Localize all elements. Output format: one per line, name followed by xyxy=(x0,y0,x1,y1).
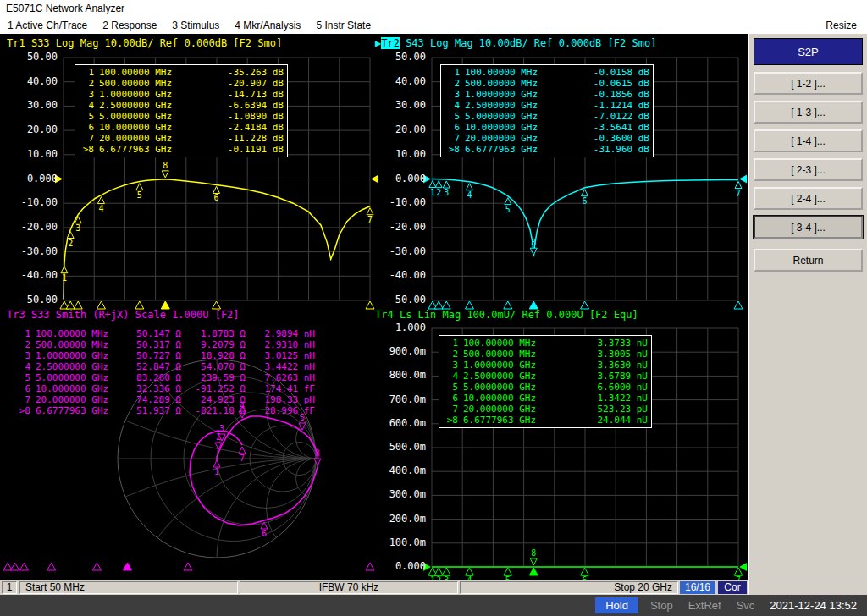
marker-frequency: 500.00000 MHz xyxy=(463,349,563,360)
y-axis-label: -20.00 xyxy=(17,221,58,233)
marker-row: 1100.00000 MHz-0.0158 dB xyxy=(445,67,649,78)
marker-value: 3.3733 nU xyxy=(563,338,648,349)
marker-value: -11.228 dB xyxy=(199,133,284,144)
marker-row: 610.000000 GHz1.3422 nU xyxy=(443,393,648,404)
softkey-3[interactable]: [ 1-4 ]... xyxy=(754,129,863,152)
marker-frequency: 5.0000000 GHz xyxy=(36,372,127,383)
marker-row: 31.0000000 GHz-0.1856 dB xyxy=(445,89,649,100)
softkey-6[interactable]: [ 3-4 ]... xyxy=(754,216,863,239)
marker-table-tr2: 1100.00000 MHz-0.0158 dB2500.00000 MHz-0… xyxy=(440,64,654,157)
marker-frequency: 500.00000 MHz xyxy=(36,339,127,350)
window-title: E5071C Network Analyzer xyxy=(0,0,867,17)
marker-frequency: 20.000000 GHz xyxy=(465,133,565,144)
marker-frequency: 10.000000 GHz xyxy=(463,393,563,404)
y-axis-label: 0.000 xyxy=(385,173,426,184)
y-axis-label: 30.00 xyxy=(17,99,58,111)
marker-number: 3 xyxy=(79,89,94,100)
marker-row: 1100.00000 MHz3.3733 nU xyxy=(443,338,648,349)
marker-number: 3 xyxy=(15,350,30,361)
marker-row: 1100.00000 MHz-35.263 dB xyxy=(79,67,284,78)
trace-title-tr4[interactable]: Tr4 Ls Lin Mag 100.0mU/ Ref 0.000U [F2 E… xyxy=(375,309,638,321)
y-axis-label: 30.00 xyxy=(385,99,426,111)
marker-frequency: 1.0000000 GHz xyxy=(36,350,127,361)
softkey-7[interactable]: Return xyxy=(754,249,863,272)
marker-number: 2 xyxy=(445,78,460,89)
marker-value: 24.044 nU xyxy=(563,415,648,426)
correction-indicator: Cor xyxy=(718,581,747,594)
marker-value: 28.996 fF xyxy=(246,405,315,416)
menu-item-4[interactable]: 4 Mkr/Analysis xyxy=(227,19,308,31)
marker-frequency: 6.6777963 GHz xyxy=(99,144,199,155)
marker-number: 6 xyxy=(15,383,30,394)
marker-number: >8 xyxy=(445,144,460,155)
marker-row: >86.6777963 GHz24.044 nU xyxy=(443,415,648,426)
marker-row: 720.000000 GHz523.23 pU xyxy=(443,404,648,415)
softkey-5[interactable]: [ 2-4 ]... xyxy=(754,187,863,210)
marker-number: >8 xyxy=(443,415,458,426)
marker-number: 7 xyxy=(79,133,94,144)
marker-frequency: 2.5000000 GHz xyxy=(36,361,127,372)
marker-row: 1100.00000 MHz50.147 Ω1.8783 Ω2.9894 nH xyxy=(15,328,367,339)
menu-item-5[interactable]: 5 Instr State xyxy=(308,19,378,31)
marker-number: 7 xyxy=(443,404,458,415)
marker-number: 5 xyxy=(79,111,94,122)
y-axis-label: 900.0m xyxy=(385,345,426,357)
marker-frequency: 1.0000000 GHz xyxy=(463,360,563,371)
y-axis-label: 40.00 xyxy=(385,75,426,87)
marker-value: -1.0890 dB xyxy=(199,111,284,122)
marker-frequency: 100.00000 MHz xyxy=(36,328,127,339)
marker-value: -20.907 dB xyxy=(199,78,284,89)
marker-value: 50.727 Ω xyxy=(127,350,181,361)
marker-value: -821.18 Ω xyxy=(181,405,246,416)
trace-name: Tr3 xyxy=(7,309,25,321)
marker-frequency: 2.5000000 GHz xyxy=(465,100,565,111)
softkey-2[interactable]: [ 1-3 ]... xyxy=(754,101,863,124)
marker-value: -31.960 dB xyxy=(565,144,649,155)
menu-items: 1 Active Ch/Trace2 Response3 Stimulus4 M… xyxy=(0,19,378,31)
marker-row: 42.5000000 GHz52.847 Ω54.070 Ω3.4422 nH xyxy=(15,361,367,372)
marker-row: 55.0000000 GHz6.6000 nU xyxy=(443,382,648,393)
softkey-1[interactable]: [ 1-2 ]... xyxy=(754,72,863,95)
marker-value: 3.4422 nH xyxy=(246,361,315,372)
y-axis-label: 20.00 xyxy=(17,124,58,135)
marker-value: -7.0122 dB xyxy=(565,111,649,122)
trace-name: Tr1 xyxy=(7,37,25,49)
marker-number: 2 xyxy=(79,78,94,89)
y-axis-label: 50.00 xyxy=(385,51,426,63)
marker-value: 3.3630 nU xyxy=(563,360,648,371)
trace-title-tr1[interactable]: Tr1 S33 Log Mag 10.00dB/ Ref 0.000dB [F2… xyxy=(7,37,282,49)
menu-item-1[interactable]: 1 Active Ch/Trace xyxy=(0,19,95,31)
marker-value: 50.317 Ω xyxy=(127,339,181,350)
plot-overlays: Tr1 S33 Log Mag 10.00dB/ Ref 0.000dB [F2… xyxy=(0,34,748,580)
marker-number: 2 xyxy=(443,349,458,360)
trace-title-tr3[interactable]: Tr3 S33 Smith (R+jX) Scale 1.000U [F2] xyxy=(7,309,240,321)
menu-item-3[interactable]: 3 Stimulus xyxy=(164,19,227,31)
marker-value: 18.928 Ω xyxy=(181,350,246,361)
marker-value: 50.147 Ω xyxy=(127,328,181,339)
marker-number: 5 xyxy=(15,372,30,383)
marker-value: 174.41 fF xyxy=(246,383,315,394)
y-axis-label: 200.0m xyxy=(385,513,426,525)
marker-frequency: 10.000000 GHz xyxy=(99,122,199,133)
marker-value: 24.923 Ω xyxy=(181,394,246,405)
marker-row: 55.0000000 GHz83.260 Ω239.59 Ω7.6263 nH xyxy=(15,372,367,383)
softkey-4[interactable]: [ 2-3 ]... xyxy=(754,158,863,181)
y-axis-label: -40.00 xyxy=(17,269,58,281)
marker-frequency: 10.000000 GHz xyxy=(36,383,127,394)
marker-value: 9.2079 Ω xyxy=(181,339,246,350)
marker-row: 2500.00000 MHz50.317 Ω9.2079 Ω2.9310 nH xyxy=(15,339,367,350)
marker-value: -91.252 Ω xyxy=(181,383,246,394)
lcd-screen: 12345678123456781234567812345678 Tr1 S33… xyxy=(0,34,748,580)
marker-value: -2.4184 dB xyxy=(199,122,284,133)
menu-item-2[interactable]: 2 Response xyxy=(95,19,164,31)
marker-number: 6 xyxy=(445,122,460,133)
trace-title-tr2[interactable]: ▶Tr2 S43 Log Mag 10.00dB/ Ref 0.000dB [F… xyxy=(375,37,656,49)
marker-frequency: 20.000000 GHz xyxy=(36,394,127,405)
marker-number: >8 xyxy=(15,405,30,416)
marker-row: >86.6777963 GHz51.937 Ω-821.18 Ω28.996 f… xyxy=(15,405,367,416)
y-axis-label: 600.0m xyxy=(385,417,426,429)
marker-frequency: 100.00000 MHz xyxy=(99,67,199,78)
marker-value: 54.070 Ω xyxy=(181,361,246,372)
menu-item-resize[interactable]: Resize xyxy=(815,19,867,31)
softkey-menu-title: S2P xyxy=(754,38,863,65)
